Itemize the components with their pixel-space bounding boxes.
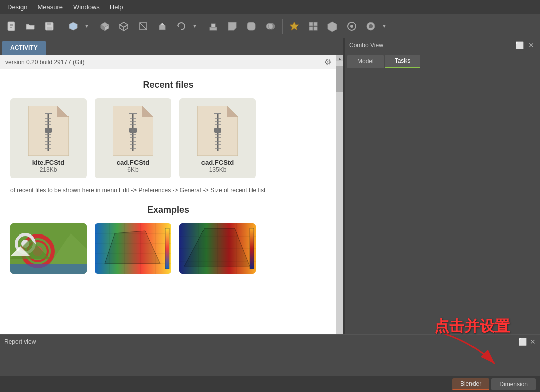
status-tab-blender[interactable]: Blender xyxy=(452,378,489,390)
svg-rect-30 xyxy=(314,27,317,30)
report-view: Report view ⬜ ✕ xyxy=(0,334,540,376)
example-card-2[interactable] xyxy=(179,223,256,274)
report-view-title: Report view xyxy=(4,338,36,345)
combo-tab-model[interactable]: Model xyxy=(347,55,384,68)
toolbar-sep-1 xyxy=(61,19,61,34)
svg-rect-27 xyxy=(309,22,313,26)
report-expand-btn[interactable]: ⬜ xyxy=(518,338,527,346)
svg-rect-66 xyxy=(214,128,221,133)
svg-marker-11 xyxy=(120,22,128,27)
file-card-0[interactable]: kite.FCStd 213Kb xyxy=(10,98,87,178)
example-card-0[interactable] xyxy=(10,223,87,274)
version-bar: version 0.20 build 29177 (Git) ⚙ xyxy=(0,55,336,69)
file-size-2: 135Kb xyxy=(209,166,227,173)
combo-expand-btn[interactable]: ⬜ xyxy=(515,41,524,50)
svg-rect-21 xyxy=(211,24,215,27)
status-bar: Blender Dimension xyxy=(0,376,540,392)
svg-rect-6 xyxy=(47,27,52,30)
svg-rect-28 xyxy=(314,22,317,26)
version-text: version 0.20 build 29177 (Git) xyxy=(5,59,84,66)
info-text: of recent files to be shown here in menu… xyxy=(10,186,326,195)
toolbar-sep-3 xyxy=(201,19,201,34)
toolbar-revolve-btn[interactable] xyxy=(172,17,190,35)
svg-point-35 xyxy=(369,24,373,28)
menu-measure[interactable]: Measure xyxy=(32,1,68,13)
file-size-0: 213Kb xyxy=(40,166,57,173)
bottom-section: Report view ⬜ ✕ Blender Dimension xyxy=(0,334,540,392)
activity-tab[interactable]: ACTIVITY xyxy=(2,41,46,55)
svg-marker-37 xyxy=(57,106,69,117)
combo-view-header: Combo View ⬜ ✕ xyxy=(345,38,540,52)
file-card-2[interactable]: cad.FCStd 135Kb xyxy=(179,98,256,178)
example-card-1[interactable] xyxy=(95,223,171,274)
svg-marker-13 xyxy=(124,25,128,31)
menu-design[interactable]: Design xyxy=(2,1,32,13)
svg-rect-20 xyxy=(210,27,217,30)
toolbar-fillet-btn[interactable] xyxy=(242,17,260,35)
report-view-header: Report view ⬜ ✕ xyxy=(0,334,540,348)
toolbar-sep-2 xyxy=(93,19,93,34)
toolbar-save-btn[interactable] xyxy=(40,17,58,35)
toolbar-tool1-btn[interactable] xyxy=(285,17,303,35)
svg-rect-84 xyxy=(10,264,87,274)
recent-files-title: Recent files xyxy=(10,80,326,90)
toolbar-boolean-btn[interactable] xyxy=(261,17,280,35)
menu-windows[interactable]: Windows xyxy=(68,1,105,13)
svg-point-33 xyxy=(350,25,353,28)
svg-marker-18 xyxy=(159,23,165,26)
menu-help[interactable]: Help xyxy=(105,1,128,13)
svg-rect-23 xyxy=(247,22,255,30)
scroll-thumb[interactable] xyxy=(336,66,343,92)
svg-marker-31 xyxy=(328,22,337,32)
svg-marker-22 xyxy=(228,22,236,30)
toolbar-dropdown3-btn[interactable]: ▼ xyxy=(381,17,388,35)
file-name-0: kite.FCStd xyxy=(32,159,64,166)
file-name-2: cad.FCStd xyxy=(201,159,234,166)
report-view-controls: ⬜ ✕ xyxy=(518,338,536,346)
toolbar-tool4-btn[interactable] xyxy=(343,17,361,35)
svg-marker-26 xyxy=(290,22,299,30)
toolbar-tool2-btn[interactable] xyxy=(304,17,322,35)
toolbar-dropdown2-btn[interactable]: ▼ xyxy=(191,17,198,35)
examples-title: Examples xyxy=(10,205,326,215)
combo-tabs: Model Tasks xyxy=(345,52,540,68)
svg-rect-17 xyxy=(159,26,165,30)
svg-rect-5 xyxy=(47,22,51,25)
report-close-btn[interactable]: ✕ xyxy=(530,338,536,346)
file-size-1: 6Kb xyxy=(127,166,138,173)
svg-marker-7 xyxy=(69,22,77,30)
toolbar-open-btn[interactable] xyxy=(21,17,39,35)
toolbar-chamfer-btn[interactable] xyxy=(223,17,241,35)
svg-rect-94 xyxy=(165,228,169,269)
svg-rect-40 xyxy=(45,128,52,133)
svg-point-25 xyxy=(268,23,275,29)
menubar: Design Measure Windows Help xyxy=(0,0,540,14)
toolbar-part-btn[interactable] xyxy=(64,17,82,35)
toolbar-cube2-btn[interactable] xyxy=(115,17,133,35)
report-content xyxy=(0,348,540,376)
scroll-up-btn[interactable]: ▲ xyxy=(336,55,343,61)
files-grid: kite.FCStd 213Kb xyxy=(10,98,326,178)
toolbar-sep-4 xyxy=(282,19,283,34)
svg-rect-102 xyxy=(250,228,254,269)
svg-rect-53 xyxy=(129,128,137,133)
toolbar-sketch-btn[interactable] xyxy=(134,17,152,35)
svg-marker-19 xyxy=(178,25,179,28)
toolbar-tool3-btn[interactable] xyxy=(323,17,342,35)
settings-icon[interactable]: ⚙ xyxy=(324,57,331,67)
toolbar-pad-btn[interactable] xyxy=(204,17,222,35)
file-card-1[interactable]: cad.FCStd 6Kb xyxy=(95,98,171,178)
toolbar-dropdown1-btn[interactable]: ▼ xyxy=(83,17,90,35)
status-tab-dimension[interactable]: Dimension xyxy=(491,378,536,390)
activity-tabbar: ACTIVITY xyxy=(0,38,343,55)
toolbar-new-btn[interactable] xyxy=(2,17,20,35)
combo-tab-tasks[interactable]: Tasks xyxy=(385,55,421,68)
combo-view-controls: ⬜ ✕ xyxy=(515,41,536,50)
toolbar-cube1-btn[interactable] xyxy=(96,17,114,35)
toolbar-extrude-btn[interactable] xyxy=(153,17,171,35)
svg-marker-12 xyxy=(120,25,124,31)
file-name-1: cad.FCStd xyxy=(117,159,149,166)
toolbar-tool5-btn[interactable] xyxy=(362,17,380,35)
combo-close-btn[interactable]: ✕ xyxy=(527,41,536,50)
svg-rect-29 xyxy=(309,27,313,30)
